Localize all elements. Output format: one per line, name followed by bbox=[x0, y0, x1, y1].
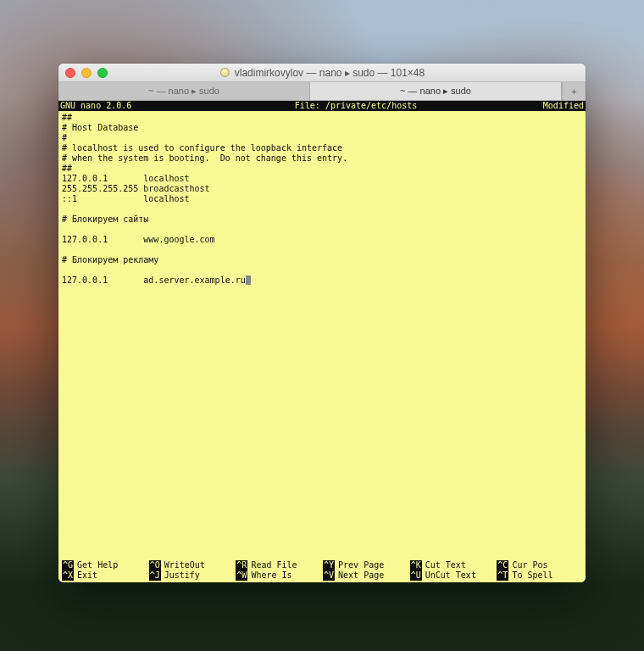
shortcut-label: Cur Pos bbox=[512, 560, 547, 570]
shortcut-label: Get Help bbox=[77, 560, 118, 570]
key-label: ^X bbox=[62, 570, 74, 581]
shortcut-cut-text[interactable]: ^KCut Text bbox=[410, 560, 496, 570]
shortcut-read-file[interactable]: ^RRead File bbox=[236, 560, 321, 570]
shortcut-label: Where Is bbox=[251, 570, 291, 581]
terminal-window: vladimirkovylov — nano ▸ sudo — 101×48 ~… bbox=[58, 64, 586, 582]
shortcut-prev-page[interactable]: ^YPrev Page bbox=[323, 560, 408, 570]
key-label: ^C bbox=[497, 560, 508, 570]
key-label: ^G bbox=[62, 560, 74, 570]
shortcut-writeout[interactable]: ^OWriteOut bbox=[149, 560, 235, 570]
shortcut-exit[interactable]: ^XExit bbox=[62, 570, 147, 581]
maximize-button[interactable] bbox=[97, 68, 108, 78]
tab-bar: ~ — nano ▸ sudo ~ — nano ▸ sudo + bbox=[58, 82, 586, 101]
shortcut-label: Justify bbox=[164, 570, 200, 581]
minimize-button[interactable] bbox=[81, 68, 92, 78]
window-titlebar[interactable]: vladimirkovylov — nano ▸ sudo — 101×48 bbox=[58, 64, 586, 82]
tab-label: ~ — nano ▸ sudo bbox=[400, 86, 471, 97]
shortcut-justify[interactable]: ^JJustify bbox=[149, 570, 235, 581]
shortcut-label: Cut Text bbox=[425, 560, 466, 570]
window-title: vladimirkovylov — nano ▸ sudo — 101×48 bbox=[58, 67, 586, 79]
tab-2-active[interactable]: ~ — nano ▸ sudo bbox=[310, 82, 562, 100]
nano-modified-indicator: Modified bbox=[516, 101, 584, 111]
shortcut-label: WriteOut bbox=[164, 560, 205, 570]
shortcut-label: Read File bbox=[251, 560, 297, 570]
shortcut-where-is[interactable]: ^WWhere Is bbox=[236, 570, 321, 581]
text-cursor bbox=[246, 275, 251, 285]
terminal-area[interactable]: GNU nano 2.0.6 File: /private/etc/hosts … bbox=[58, 101, 586, 582]
tab-label: ~ — nano ▸ sudo bbox=[148, 86, 219, 97]
shortcut-label: Prev Page bbox=[338, 560, 384, 570]
nano-header: GNU nano 2.0.6 File: /private/etc/hosts … bbox=[58, 101, 586, 111]
user-home-icon bbox=[219, 67, 230, 78]
key-label: ^V bbox=[323, 570, 335, 581]
close-button[interactable] bbox=[65, 68, 75, 78]
key-label: ^W bbox=[236, 570, 247, 581]
editor-body[interactable]: ## # Host Database # # localhost is used… bbox=[58, 111, 586, 560]
plus-icon: + bbox=[571, 86, 576, 97]
file-content: ## # Host Database # # localhost is used… bbox=[62, 113, 347, 285]
key-label: ^J bbox=[149, 570, 161, 581]
new-tab-button[interactable]: + bbox=[562, 82, 586, 100]
shortcut-uncut-text[interactable]: ^UUnCut Text bbox=[410, 570, 496, 581]
shortcut-label: Exit bbox=[77, 570, 97, 581]
shortcut-next-page[interactable]: ^VNext Page bbox=[323, 570, 408, 581]
key-label: ^Y bbox=[323, 560, 335, 570]
shortcut-label: Next Page bbox=[338, 570, 384, 581]
shortcut-cur-pos[interactable]: ^CCur Pos bbox=[497, 560, 582, 570]
key-label: ^K bbox=[410, 560, 422, 570]
shortcut-label: UnCut Text bbox=[425, 570, 476, 581]
nano-shortcuts: ^GGet Help ^OWriteOut ^RRead File ^YPrev… bbox=[58, 560, 586, 582]
tab-1[interactable]: ~ — nano ▸ sudo bbox=[58, 82, 310, 100]
key-label: ^R bbox=[236, 560, 247, 570]
shortcut-get-help[interactable]: ^GGet Help bbox=[62, 560, 147, 570]
key-label: ^U bbox=[410, 570, 422, 581]
window-title-text: vladimirkovylov — nano ▸ sudo — 101×48 bbox=[235, 67, 425, 79]
shortcut-label: To Spell bbox=[512, 570, 552, 581]
key-label: ^O bbox=[149, 560, 161, 570]
nano-version: GNU nano 2.0.6 bbox=[60, 101, 196, 111]
key-label: ^T bbox=[497, 570, 508, 581]
nano-filename: File: /private/etc/hosts bbox=[196, 101, 516, 111]
shortcut-to-spell[interactable]: ^TTo Spell bbox=[497, 570, 582, 581]
